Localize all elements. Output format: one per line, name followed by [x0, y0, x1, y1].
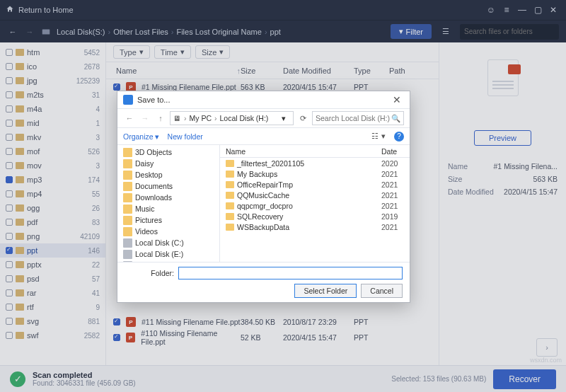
list-item-date: 2021	[381, 223, 410, 231]
dialog-back[interactable]: ←	[123, 114, 136, 122]
chevron-down-icon: ▾	[155, 132, 159, 141]
folder-icon	[226, 213, 234, 220]
list-item[interactable]: QQMusicCache2021	[220, 190, 410, 200]
folder-input[interactable]	[178, 267, 403, 279]
list-item-date: 2019	[381, 212, 410, 221]
list-item[interactable]: WSBackupData2021	[220, 221, 410, 232]
list-item-date: 2020	[381, 159, 410, 168]
help-button[interactable]: ?	[394, 132, 404, 142]
dialog-refresh[interactable]: ⟳	[296, 114, 309, 123]
list-item-date: 2021	[381, 180, 410, 189]
list-item-name: OfficeRepairTmp	[237, 180, 381, 189]
list-item-date: 2021	[381, 191, 410, 200]
tree-item-pictures[interactable]: Pictures	[117, 214, 219, 226]
tree-item-label: 3D Objects	[135, 148, 172, 156]
dialog-forward[interactable]: →	[139, 114, 151, 122]
list-item-name: SQLRecovery	[237, 212, 381, 221]
list-item-name: qqpcmgr_docpro	[237, 202, 381, 210]
tree-item-label: Videos	[135, 227, 158, 236]
tree-item-desktop[interactable]: Desktop	[117, 169, 219, 180]
folder-icon	[123, 182, 132, 191]
dialog-list-header: Name Date	[220, 145, 410, 158]
tree-item-label: Local Disk (C:)	[135, 238, 184, 247]
organize-dropdown[interactable]: Organize ▾	[123, 132, 159, 141]
folder-icon	[123, 159, 132, 168]
dialog-app-icon	[123, 95, 133, 105]
tree-item-music[interactable]: Music	[117, 203, 219, 214]
dialog-close-button[interactable]: ✕	[390, 94, 404, 105]
folder-icon	[226, 160, 234, 167]
search-icon[interactable]: 🔍	[391, 114, 400, 123]
disk-icon	[123, 250, 132, 259]
list-item[interactable]: qqpcmgr_docpro2021	[220, 200, 410, 211]
folder-icon	[123, 193, 132, 202]
path-dropdown[interactable]: ▾	[277, 114, 290, 122]
tree-item-documents[interactable]: Documents	[117, 180, 219, 192]
watermark: wsxdn.com	[530, 357, 562, 364]
new-folder-button[interactable]: New folder	[168, 132, 203, 141]
folder-icon	[123, 204, 132, 214]
dialog-search-input[interactable]	[316, 114, 391, 122]
tree-item-label: Local Disk (E:)	[135, 250, 183, 258]
save-dialog: Save to... ✕ ← → ↑ 🖥 › My PC › Local Dis…	[117, 91, 410, 303]
select-folder-button[interactable]: Select Folder	[294, 284, 357, 298]
disk-icon	[123, 238, 132, 248]
tree-item-3d-objects[interactable]: 3D Objects	[117, 146, 219, 158]
folder-icon	[123, 171, 132, 180]
folder-label: Folder:	[125, 269, 174, 277]
list-item[interactable]: SQLRecovery2019	[220, 211, 410, 221]
tree-item-label: Daisy	[135, 159, 154, 168]
tree-item-videos[interactable]: Videos	[117, 226, 219, 237]
list-item-date: 2021	[381, 202, 410, 210]
dialog-up[interactable]: ↑	[154, 114, 167, 122]
list-item[interactable]: OfficeRepairTmp2021	[220, 179, 410, 190]
folder-icon	[226, 192, 234, 199]
folder-icon	[123, 227, 132, 236]
folder-icon	[123, 148, 132, 157]
pc-icon: 🖥	[173, 114, 181, 122]
view-mode-button[interactable]: ☷ ▾	[371, 132, 386, 141]
tree-item-label: Pictures	[135, 216, 162, 224]
list-item-name: WSBackupData	[237, 223, 381, 231]
tree-item-local-disk-c-[interactable]: Local Disk (C:)	[117, 237, 219, 248]
list-item-date: 2021	[381, 170, 410, 178]
list-item-name: My Backups	[237, 170, 381, 178]
folder-icon	[226, 181, 234, 188]
dialog-tree: 3D ObjectsDaisyDesktopDocumentsDownloads…	[117, 145, 220, 262]
tree-item-label: Music	[135, 204, 154, 213]
cancel-button[interactable]: Cancel	[361, 284, 403, 298]
folder-icon	[123, 216, 132, 225]
list-item[interactable]: My Backups2021	[220, 168, 410, 179]
dialog-path[interactable]: 🖥 › My PC › Local Disk (H:) ▾	[170, 111, 294, 125]
folder-icon	[226, 202, 234, 209]
dialog-title: Save to...	[137, 96, 390, 104]
folder-icon	[226, 171, 234, 178]
tree-item-local-disk-e-[interactable]: Local Disk (E:)	[117, 248, 219, 260]
list-item-name: _filtertest_20201105	[237, 159, 381, 168]
tree-item-downloads[interactable]: Downloads	[117, 192, 219, 203]
tree-item-label: Desktop	[135, 171, 163, 179]
list-item-name: QQMusicCache	[237, 191, 381, 200]
list-item[interactable]: _filtertest_202011052020	[220, 158, 410, 168]
tree-item-label: Downloads	[135, 193, 172, 202]
tree-item-daisy[interactable]: Daisy	[117, 158, 219, 169]
folder-icon	[226, 224, 234, 231]
tree-item-label: Documents	[135, 182, 173, 190]
